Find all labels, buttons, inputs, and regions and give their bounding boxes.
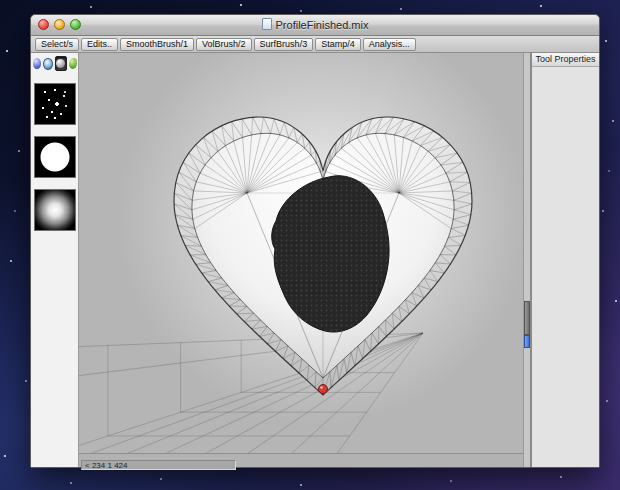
scrollbar-blue-marker[interactable] (524, 335, 530, 348)
menu-bar: Select/s Edits.. SmoothBrush/1 VolBrush/… (31, 36, 599, 53)
brush-thumbnail-soft-falloff[interactable] (34, 189, 76, 231)
selected-sphere-tool-icon[interactable] (55, 56, 67, 71)
globe-icon[interactable] (43, 58, 53, 70)
viewport-scrollbar[interactable] (523, 53, 531, 467)
tab-edits[interactable]: Edits.. (81, 38, 118, 51)
app-window: ProfileFinished.mix Select/s Edits.. Smo… (30, 14, 600, 468)
tool-properties-panel: Tool Properties (531, 53, 599, 467)
tab-stamp[interactable]: Stamp/4 (315, 38, 361, 51)
viewport-3d[interactable] (79, 53, 523, 453)
green-blob-icon[interactable] (69, 58, 77, 69)
scene-svg (79, 53, 523, 453)
marker-highlight (320, 386, 323, 389)
starfield (0, 0, 2, 2)
sphere-glyph (56, 59, 65, 68)
status-bar: < 234 1 424 (79, 453, 523, 467)
title-bar[interactable]: ProfileFinished.mix (31, 15, 599, 36)
window-title: ProfileFinished.mix (31, 15, 599, 35)
red-vertex-marker[interactable] (319, 385, 328, 394)
sphere-primitive-icon[interactable] (33, 58, 41, 69)
brush-sidebar (31, 53, 79, 467)
tab-volbrush[interactable]: VolBrush/2 (196, 38, 252, 51)
tab-smoothbrush[interactable]: SmoothBrush/1 (120, 38, 194, 51)
tool-icon-row (31, 53, 78, 75)
tool-properties-header: Tool Properties (532, 53, 599, 67)
brush-thumbnail-hard-round[interactable] (34, 136, 76, 178)
document-icon (262, 18, 272, 30)
tab-select[interactable]: Select/s (35, 38, 79, 51)
tab-surfbrush[interactable]: SurfBrush/3 (254, 38, 314, 51)
tab-analysis[interactable]: Analysis... (363, 38, 416, 51)
scrollbar-thumb[interactable] (524, 301, 530, 335)
brush-thumbnail-speckle[interactable] (34, 83, 76, 125)
coordinate-readout: < 234 1 424 (81, 460, 236, 470)
